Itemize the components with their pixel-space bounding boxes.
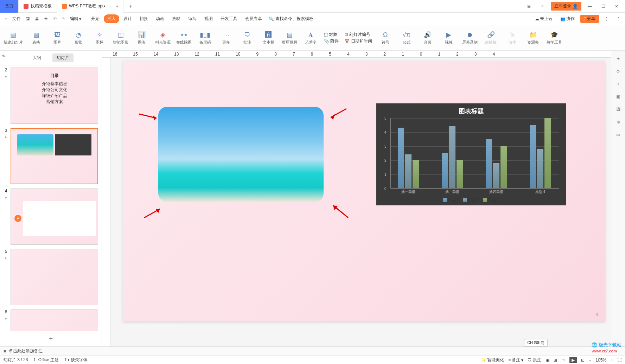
zoom-out-button[interactable]: −	[589, 358, 591, 363]
shape-button[interactable]: ◔形状	[71, 31, 86, 45]
notes-toggle[interactable]: ≡ 备注 ▾	[508, 357, 523, 363]
style-icon[interactable]: ✧	[614, 80, 622, 88]
undo-icon[interactable]: ↶	[51, 15, 59, 23]
tab-slideshow[interactable]: 放映	[168, 14, 184, 23]
view-sorter-icon[interactable]: ⊞	[554, 358, 557, 363]
docer-button[interactable]: ◈稻壳资源	[155, 31, 171, 45]
action-icon: 🖱	[508, 31, 516, 39]
attachment-button[interactable]: 📎 附件	[324, 38, 339, 44]
ai-icon[interactable]: ✦	[614, 55, 622, 63]
command-search[interactable]: 🔍查找命令、搜索模板	[266, 15, 316, 23]
menu-icon[interactable]: ≡	[3, 15, 9, 23]
video-button[interactable]: ▶视频	[441, 31, 457, 45]
redo-icon[interactable]: ↷	[59, 15, 67, 23]
slide-thumb-4[interactable]: 4▸ P	[4, 189, 98, 245]
more-button[interactable]: ⋯更多	[218, 31, 234, 45]
collapse-panel-icon[interactable]: ≪	[1, 53, 6, 58]
slide-thumb-5[interactable]: 5▸	[4, 249, 98, 305]
file-menu[interactable]: 文件	[10, 14, 23, 23]
slide-thumb-3[interactable]: 3▸	[4, 128, 98, 184]
slide-thumb-2[interactable]: 2▸ 目录介绍基本信息介绍公司文化详细介绍产品营销方案	[4, 68, 98, 124]
maximize-button[interactable]: ☐	[598, 1, 608, 11]
tab-home[interactable]: 首页	[0, 0, 19, 13]
apps-icon[interactable]: ⁘	[537, 1, 547, 11]
slidenum-button[interactable]: ⊡ 幻灯片编号	[344, 32, 372, 38]
comments-toggle[interactable]: 🗨 批注	[528, 357, 541, 363]
tab-menu-icon[interactable]: ▫	[110, 4, 112, 9]
tab-templates[interactable]: 找稻壳模板	[19, 0, 57, 13]
wordart-button[interactable]: 𝐀艺术字	[303, 31, 318, 45]
collab-button[interactable]: 👥 协作	[558, 14, 577, 23]
notes-bar[interactable]: ≡ 单击此处添加备注	[0, 346, 625, 356]
add-slide-button[interactable]: +	[0, 331, 102, 346]
screenrec-button[interactable]: ⏺屏幕录制	[462, 31, 478, 45]
tab-member[interactable]: 会员专享	[242, 14, 266, 23]
ime-indicator[interactable]: CH ⌨ 简	[524, 339, 548, 346]
print-icon[interactable]: 🖶	[33, 15, 41, 23]
share-button[interactable]: ⤴ 分享	[580, 15, 599, 23]
outline-tab[interactable]: 大纲	[28, 53, 45, 62]
zoom-in-button[interactable]: +	[611, 358, 613, 363]
tab-animation[interactable]: 动画	[152, 14, 168, 23]
beach-image[interactable]	[158, 107, 324, 202]
more-menu-icon[interactable]: ⋮	[602, 15, 611, 23]
tab-start[interactable]: 开始	[88, 14, 103, 23]
barcode-button[interactable]: ▮▯▮条形码	[197, 31, 213, 45]
layout-icon[interactable]: ▣	[614, 93, 622, 101]
datetime-button[interactable]: 📅 日期和时间	[344, 38, 372, 44]
symbol-button[interactable]: Ω符号	[378, 31, 393, 45]
view-normal-icon[interactable]: ▣	[546, 358, 549, 363]
equation-button[interactable]: √π公式	[399, 31, 414, 45]
object-button[interactable]: ⬚ 对象	[324, 32, 339, 38]
not-cloud-button[interactable]: ☁ 未上云	[533, 14, 555, 23]
view-reading-icon[interactable]: ▭	[561, 358, 565, 363]
tab-transition[interactable]: 切换	[136, 14, 152, 23]
tab-design[interactable]: 设计	[120, 14, 135, 23]
minimize-button[interactable]: —	[585, 1, 595, 11]
tab-insert[interactable]: 插入	[104, 14, 119, 23]
textbox-button[interactable]: 🅰文本框	[261, 31, 276, 45]
teaching-button[interactable]: 🎓教学工具	[547, 31, 562, 45]
slides-list[interactable]: 2▸ 目录介绍基本信息介绍公司文化详细介绍产品营销方案 3▸ 4▸ P 5▸ 6…	[0, 65, 102, 331]
settings-icon[interactable]: ⚙	[614, 68, 622, 75]
pin-icon[interactable]: ⊕	[614, 118, 622, 126]
comment-button[interactable]: 🗨批注	[240, 31, 255, 45]
hyperlink-button[interactable]: 🔗超链接	[483, 31, 499, 45]
tab-view[interactable]: 视图	[201, 14, 216, 23]
smartart-button[interactable]: ◫智能图形	[113, 31, 128, 45]
slide-thumb-6[interactable]: 6▸	[4, 309, 98, 331]
slides-tab[interactable]: 幻灯片	[52, 53, 74, 62]
slide-canvas[interactable]: 图表标题 012345第一季度第二季度第四季度类别 4 产品A产品B产品C 3	[123, 61, 605, 321]
close-tab-icon[interactable]: ▾	[116, 4, 118, 9]
tab-review[interactable]: 审阅	[185, 14, 200, 23]
chart-button[interactable]: 📊图表	[134, 31, 149, 45]
table-button[interactable]: ▦表格	[28, 31, 44, 45]
missing-font-button[interactable]: Tᴛ 缺失字体	[64, 357, 88, 363]
slideshow-button[interactable]: ▶	[569, 357, 577, 363]
slide-icon[interactable]: ▭	[614, 131, 622, 139]
beautify-button[interactable]: ✨ 智能美化	[481, 357, 504, 363]
add-tab-button[interactable]: +	[123, 3, 138, 9]
audio-button[interactable]: 🔊音频	[420, 31, 435, 45]
icon-button[interactable]: ✧图标	[92, 31, 107, 45]
edit-menu[interactable]: 编辑 ▾	[68, 14, 83, 23]
fit-icon[interactable]: ⊡	[581, 358, 585, 363]
tab-devtools[interactable]: 开发工具	[217, 14, 241, 23]
login-button[interactable]: 立即登录👤	[551, 2, 581, 11]
mindmap-button[interactable]: ⊶在线脑图	[176, 31, 192, 45]
collapse-ribbon-icon[interactable]: ⌃	[614, 15, 622, 23]
chart-object[interactable]: 图表标题 012345第一季度第二季度第四季度类别 4 产品A产品B产品C	[376, 103, 566, 205]
fullscreen-icon[interactable]: ⛶	[617, 358, 621, 363]
preview-icon[interactable]: 👁	[42, 15, 50, 23]
action-button[interactable]: 🖱动作	[504, 31, 520, 45]
new-slide-button[interactable]: ▤新建幻灯片	[4, 31, 23, 45]
close-button[interactable]: ✕	[612, 1, 621, 11]
image-icon[interactable]: 🖼	[614, 106, 622, 113]
picture-button[interactable]: 🖼图片	[50, 31, 65, 45]
headerfooter-button[interactable]: ▤页眉页脚	[282, 31, 297, 45]
rlbl: 艺术字	[305, 40, 317, 45]
save-icon[interactable]: 🖫	[24, 15, 32, 23]
layout-icon[interactable]: ⊞	[524, 1, 534, 11]
tab-document[interactable]: WPS PPT教程.pptx▫▾	[57, 0, 123, 13]
resources-button[interactable]: 📁资源夹	[525, 31, 541, 45]
